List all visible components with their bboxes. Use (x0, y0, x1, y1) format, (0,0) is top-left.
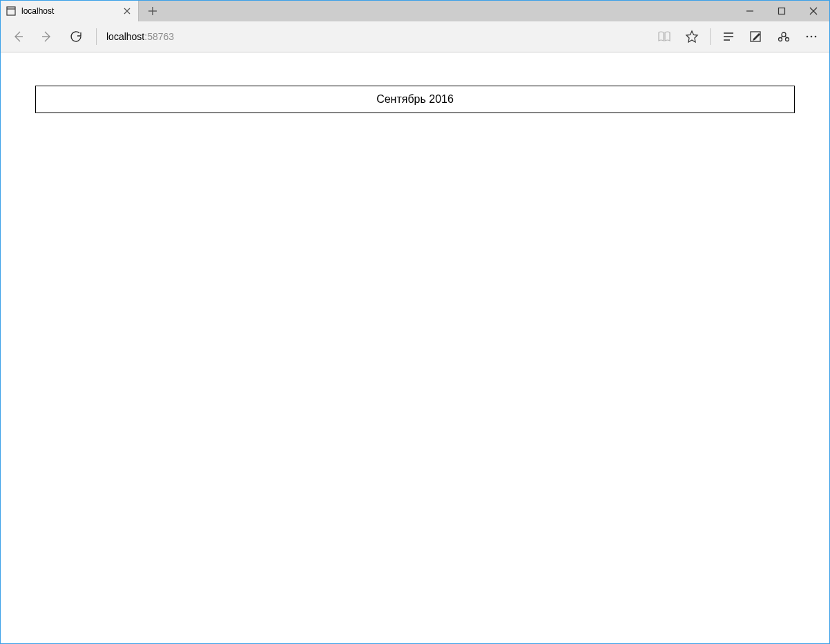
calendar-header-cell: Сентябрь 2016 (35, 86, 795, 113)
svg-rect-0 (7, 7, 15, 15)
svg-rect-7 (779, 8, 785, 14)
share-icon[interactable] (770, 24, 798, 49)
svg-point-18 (786, 38, 789, 41)
address-port: :58763 (144, 31, 174, 42)
calendar-header-text: Сентябрь 2016 (376, 93, 454, 106)
toolbar: localhost:58763 (1, 21, 829, 52)
svg-point-21 (807, 36, 809, 38)
toolbar-right (650, 24, 825, 49)
hub-icon[interactable] (715, 24, 742, 49)
title-spacer (166, 1, 734, 21)
back-button[interactable] (5, 24, 31, 49)
more-icon[interactable] (798, 24, 825, 49)
address-bar[interactable]: localhost:58763 (104, 31, 648, 42)
maximize-button[interactable] (766, 1, 798, 21)
svg-line-20 (785, 36, 786, 38)
svg-point-23 (815, 36, 817, 38)
separator (710, 28, 711, 45)
svg-line-19 (781, 36, 782, 38)
close-window-button[interactable] (798, 1, 829, 21)
favorites-icon[interactable] (678, 24, 706, 49)
page-icon (6, 6, 16, 16)
svg-point-22 (811, 36, 813, 38)
new-tab-button[interactable] (139, 1, 166, 21)
svg-point-17 (779, 38, 782, 41)
title-bar: localhost (1, 1, 829, 21)
address-host: localhost (106, 31, 144, 42)
reading-view-icon[interactable] (650, 24, 678, 49)
separator (96, 28, 97, 45)
page-content: Сентябрь 2016 (1, 52, 829, 643)
refresh-button[interactable] (63, 24, 89, 49)
close-tab-button[interactable] (122, 6, 133, 17)
tab-title: localhost (21, 6, 116, 16)
web-note-icon[interactable] (742, 24, 770, 49)
forward-button[interactable] (34, 24, 60, 49)
minimize-button[interactable] (734, 1, 766, 21)
browser-window: localhost (0, 0, 830, 644)
window-controls (734, 1, 829, 21)
browser-tab[interactable]: localhost (1, 1, 139, 21)
